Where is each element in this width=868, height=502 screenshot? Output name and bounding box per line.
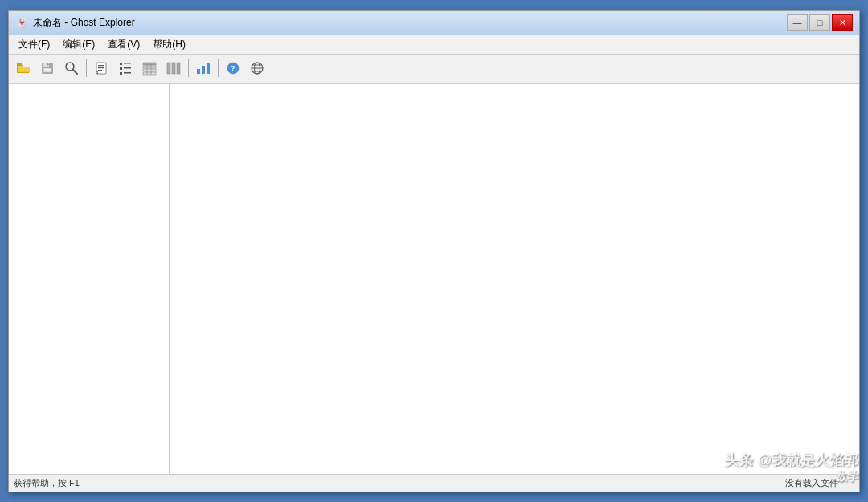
maximize-button[interactable]: □	[809, 14, 830, 31]
svg-rect-8	[44, 69, 51, 72]
toolbar: b	[9, 55, 859, 84]
svg-rect-34	[207, 63, 210, 74]
svg-rect-21	[120, 72, 122, 75]
main-window: 👻 未命名 - Ghost Explorer — □ ✕ 文件(F) 编辑(E)…	[8, 10, 860, 492]
svg-line-11	[73, 70, 77, 74]
svg-rect-20	[124, 67, 131, 69]
save-button[interactable]	[36, 57, 59, 80]
svg-rect-29	[167, 63, 170, 74]
view-tree-button[interactable]	[114, 57, 137, 80]
svg-rect-24	[143, 66, 156, 68]
svg-rect-14	[98, 67, 104, 68]
menu-edit[interactable]: 编辑(E)	[56, 36, 101, 53]
svg-rect-23	[143, 63, 156, 65]
status-right: 没有载入文件	[785, 477, 854, 489]
svg-rect-13	[98, 65, 104, 66]
svg-rect-22	[124, 72, 131, 74]
svg-rect-30	[172, 63, 175, 74]
svg-rect-19	[120, 67, 122, 70]
svg-rect-2	[17, 72, 29, 74]
svg-rect-31	[177, 63, 180, 74]
toolbar-sep-1	[86, 59, 87, 77]
about-button[interactable]	[246, 57, 268, 80]
svg-rect-17	[120, 63, 122, 65]
svg-rect-15	[98, 70, 102, 71]
view-detail-button[interactable]	[138, 57, 161, 80]
svg-text:?: ?	[231, 64, 235, 73]
status-left: 获得帮助，按 F1	[14, 477, 785, 489]
menu-help[interactable]: 帮助(H)	[146, 36, 192, 53]
svg-rect-32	[197, 69, 200, 74]
main-content	[9, 84, 859, 474]
svg-rect-26	[143, 72, 156, 75]
svg-rect-9	[47, 63, 49, 66]
property-button[interactable]: b	[90, 57, 113, 80]
app-icon: 👻	[15, 16, 28, 29]
menu-bar: 文件(F) 编辑(E) 查看(V) 帮助(H)	[9, 35, 859, 55]
svg-rect-33	[202, 66, 205, 74]
svg-rect-25	[143, 69, 156, 71]
open-button[interactable]	[12, 57, 35, 80]
left-panel	[9, 84, 170, 474]
search-button[interactable]	[60, 57, 83, 80]
svg-rect-4	[17, 63, 22, 65]
status-bar: 获得帮助，按 F1 没有载入文件	[9, 474, 859, 492]
size-button[interactable]	[192, 57, 215, 80]
help-button[interactable]: ?	[222, 57, 244, 80]
toolbar-sep-3	[218, 59, 219, 77]
title-bar-left: 👻 未命名 - Ghost Explorer	[15, 16, 135, 30]
title-bar: 👻 未命名 - Ghost Explorer — □ ✕	[9, 11, 859, 35]
menu-file[interactable]: 文件(F)	[12, 36, 56, 53]
window-title: 未命名 - Ghost Explorer	[33, 16, 135, 30]
svg-rect-18	[124, 63, 131, 64]
close-button[interactable]: ✕	[832, 14, 853, 31]
title-buttons: — □ ✕	[787, 14, 853, 31]
toolbar-sep-2	[188, 59, 189, 77]
right-panel	[170, 84, 859, 474]
menu-view[interactable]: 查看(V)	[101, 36, 146, 53]
view-columns-button[interactable]	[162, 57, 185, 80]
minimize-button[interactable]: —	[787, 14, 808, 31]
